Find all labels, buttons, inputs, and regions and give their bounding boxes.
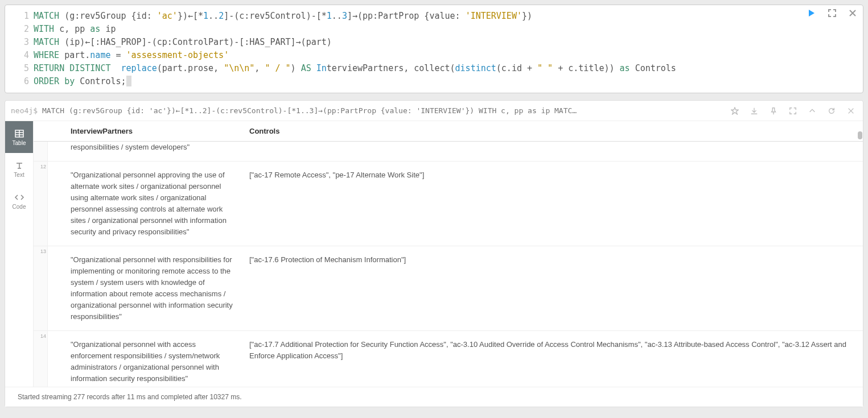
table-header-row: InterviewPartners Controls <box>34 121 863 142</box>
tab-code-label: Code <box>13 204 26 210</box>
status-bar: Started streaming 277 records after 11 m… <box>5 387 863 407</box>
column-header-interviewpartners[interactable]: InterviewPartners <box>48 121 241 141</box>
cell-controls: ["ac-17 Remote Access", "pe-17 Alternate… <box>241 162 863 246</box>
column-header-controls[interactable]: Controls <box>241 121 863 141</box>
result-view-tabs: Table Text Code <box>5 121 34 387</box>
row-number <box>34 142 48 161</box>
run-query-button[interactable] <box>807 9 816 18</box>
query-editor[interactable]: MATCH (g:rev5Group {id: 'ac'})←[*1..2]-(… <box>34 7 863 90</box>
editor-actions <box>807 9 857 18</box>
cell-interviewpartners: responsibilities / system developers" <box>48 142 241 161</box>
row-number: 12 <box>34 162 48 246</box>
tab-table[interactable]: Table <box>5 121 33 153</box>
table-body[interactable]: responsibilities / system developers" 12… <box>34 142 863 387</box>
cell-interviewpartners: "Organizational personnel approving the … <box>48 162 241 246</box>
row-number: 13 <box>34 246 48 330</box>
result-header: neo4j$ MATCH (g:rev5Group {id: 'ac'})←[*… <box>5 101 863 121</box>
cell-interviewpartners: "Organizational personnel with responsib… <box>48 246 241 330</box>
editor-gutter: 1 2 3 4 5 6 <box>5 7 34 90</box>
table-row: responsibilities / system developers" <box>34 142 863 162</box>
tab-text-label: Text <box>14 172 24 178</box>
cell-controls <box>241 142 863 161</box>
query-editor-panel: 1 2 3 4 5 6 MATCH (g:rev5Group {id: 'ac'… <box>5 5 863 93</box>
close-result-icon[interactable] <box>847 107 855 115</box>
prompt-label: neo4j$ <box>11 106 38 115</box>
expand-editor-button[interactable] <box>828 9 837 18</box>
table-row: 12 "Organizational personnel approving t… <box>34 162 863 246</box>
favorite-icon[interactable] <box>731 107 739 115</box>
cell-interviewpartners: "Organizational personnel with access en… <box>48 331 241 387</box>
tab-table-label: Table <box>13 140 26 146</box>
result-table: InterviewPartners Controls responsibilit… <box>34 121 863 387</box>
result-query-text: MATCH (g:rev5Group {id: 'ac'})←[*1..2]-(… <box>42 106 726 115</box>
tab-code[interactable]: Code <box>5 185 33 217</box>
row-number: 14 <box>34 331 48 387</box>
cell-controls: ["ac-17.7 Additional Protection for Secu… <box>241 331 863 387</box>
svg-marker-1 <box>731 107 738 114</box>
cell-controls: ["ac-17.6 Protection of Mechanism Inform… <box>241 246 863 330</box>
table-row: 14 "Organizational personnel with access… <box>34 331 863 387</box>
svg-marker-0 <box>809 10 814 16</box>
pin-icon[interactable] <box>770 107 778 115</box>
table-row: 13 "Organizational personnel with respon… <box>34 246 863 331</box>
tab-text[interactable]: Text <box>5 153 33 185</box>
download-icon[interactable] <box>750 107 758 115</box>
rerun-icon[interactable] <box>828 107 836 115</box>
scrollbar-thumb[interactable] <box>858 131 862 139</box>
collapse-up-icon[interactable] <box>808 107 816 115</box>
result-panel: neo4j$ MATCH (g:rev5Group {id: 'ac'})←[*… <box>5 100 863 407</box>
close-editor-button[interactable] <box>848 9 857 18</box>
expand-result-icon[interactable] <box>789 107 797 115</box>
